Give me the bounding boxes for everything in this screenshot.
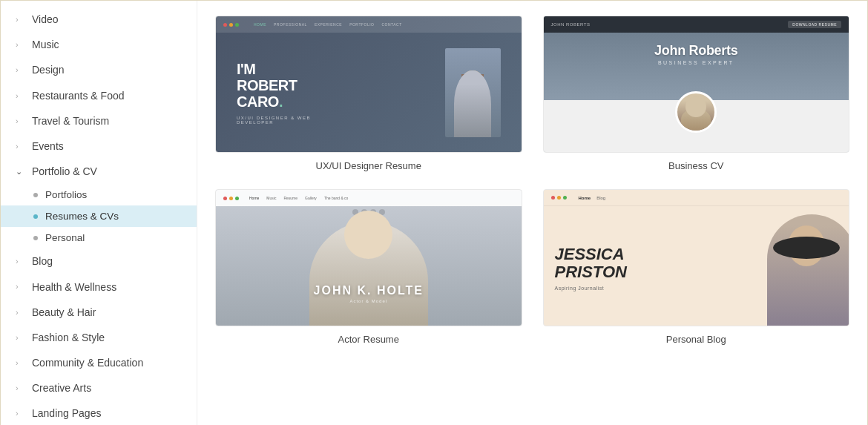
nav-music: Music [266, 196, 276, 200]
nav-blog: Blog [596, 196, 605, 200]
sidebar-item-creative-arts[interactable]: › Creative Arts [1, 375, 197, 401]
sidebar-item-health-wellness[interactable]: › Health & Wellness [1, 274, 197, 300]
card1-body: I'M ROBERT CARO. UX/UI DESIGNER & WEBDEV… [237, 48, 501, 137]
chevron-right-icon: › [16, 383, 26, 393]
card1-line3: CARO. [237, 93, 445, 110]
chevron-right-icon: › [16, 307, 26, 317]
dot-green [235, 197, 239, 200]
sidebar-item-landing-pages[interactable]: › Landing Pages [1, 401, 197, 425]
card-jessica[interactable]: Home Blog JESSICA PRISTON Aspiring Journ… [543, 189, 850, 345]
bullet-icon [33, 214, 38, 219]
sidebar-item-music[interactable]: › Music [1, 32, 197, 57]
chevron-right-icon: › [16, 116, 26, 126]
nav-link-professional: PROFESSIONAL [274, 22, 307, 27]
sidebar-item-label: Travel & Tourism [32, 114, 109, 128]
card3-label: Actor Resume [215, 334, 522, 345]
sidebar-item-label: Music [32, 38, 59, 51]
card2-label: Business CV [543, 160, 850, 171]
card1-photo [445, 48, 501, 137]
nav-band: The band & co [324, 196, 349, 200]
card2-topbar: JOHN ROBERTS DOWNLOAD RESUME [544, 16, 849, 33]
chevron-right-icon: › [16, 409, 26, 419]
sidebar-item-travel-tourism[interactable]: › Travel & Tourism [1, 108, 197, 134]
sidebar-item-label: Community & Education [32, 356, 143, 369]
sidebar: › Video › Music › Design › Restaurants &… [1, 1, 197, 425]
card3-nav-dots [223, 197, 239, 200]
person-hat-shape [773, 237, 840, 259]
dot-yellow [229, 197, 233, 200]
sub-item-personal[interactable]: Personal [1, 227, 197, 248]
card1-subtitle: UX/UI DESIGNER & WEBDEVELOPER [237, 116, 445, 125]
card2-topbar-name: JOHN ROBERTS [551, 22, 591, 27]
card-ux-designer[interactable]: Home PROFESSIONAL EXPERIENCE PORTFOLIO C… [215, 16, 522, 171]
chevron-right-icon: › [16, 39, 26, 50]
card3-name-overlay: JOHN K. HOLTE Actor & Model [314, 284, 424, 303]
card4-preview: Home Blog JESSICA PRISTON Aspiring Journ… [543, 189, 850, 326]
sidebar-item-beauty-hair[interactable]: › Beauty & Hair [1, 300, 197, 325]
sidebar-item-restaurants-food[interactable]: › Restaurants & Food [1, 83, 197, 108]
sidebar-item-label: Creative Arts [32, 381, 91, 395]
sub-item-resumes-cvs[interactable]: Resumes & CVs [1, 205, 197, 227]
sidebar-item-label: Blog [32, 254, 53, 268]
card3-name-sub: Actor & Model [314, 299, 424, 303]
person-head-shape [344, 211, 392, 259]
card4-name-line2: PRISTON [555, 263, 700, 281]
card1-line2: ROBERT [237, 77, 445, 93]
sub-item-label: Portfolios [45, 189, 87, 200]
card-business-cv[interactable]: JOHN ROBERTS DOWNLOAD RESUME John Robert… [543, 16, 850, 171]
nav-resume: Resume [283, 196, 297, 200]
sidebar-item-video[interactable]: › Video [1, 7, 197, 32]
nav-link-home: Home [254, 22, 266, 27]
nav-link-experience: EXPERIENCE [315, 22, 342, 27]
card3-person-area [216, 211, 522, 326]
card2-avatar [675, 91, 717, 133]
card4-subtitle: Aspiring Journalist [555, 286, 700, 291]
dot-yellow [557, 196, 561, 200]
card4-content: JESSICA PRISTON Aspiring Journalist [544, 211, 849, 326]
card4-name: JESSICA PRISTON [555, 246, 700, 281]
green-dot: . [279, 93, 283, 110]
sidebar-item-label: Video [32, 13, 59, 26]
sidebar-item-design[interactable]: › Design [1, 57, 197, 82]
sidebar-item-fashion-style[interactable]: › Fashion & Style [1, 325, 197, 350]
card4-nav-links: Home Blog [579, 196, 606, 200]
sub-item-label: Personal [45, 232, 85, 243]
card-actor[interactable]: Home Music Resume Gallery The band & co [215, 189, 522, 345]
template-grid: Home PROFESSIONAL EXPERIENCE PORTFOLIO C… [215, 16, 849, 345]
nav-home: Home [579, 196, 591, 200]
chevron-down-icon: ⌄ [16, 166, 26, 177]
card1-text: I'M ROBERT CARO. UX/UI DESIGNER & WEBDEV… [237, 61, 445, 125]
card1-body-shape [454, 70, 491, 137]
card3-navbar: Home Music Resume Gallery The band & co [216, 190, 522, 206]
chevron-right-icon: › [16, 141, 26, 151]
sidebar-item-portfolio-cv[interactable]: ⌄ Portfolio & CV [1, 159, 197, 184]
card4-photo-area [711, 211, 849, 326]
card1-line1: I'M [237, 61, 445, 77]
card4-navbar: Home Blog [544, 190, 849, 206]
sub-item-portfolios[interactable]: Portfolios [1, 184, 197, 205]
chevron-right-icon: › [16, 332, 26, 343]
sidebar-item-label: Portfolio & CV [32, 165, 97, 178]
sidebar-item-label: Design [32, 63, 65, 76]
card2-preview: JOHN ROBERTS DOWNLOAD RESUME John Robert… [543, 16, 850, 153]
chevron-right-icon: › [16, 282, 26, 292]
card3-name-text: JOHN K. HOLTE [314, 284, 424, 297]
card1-preview: Home PROFESSIONAL EXPERIENCE PORTFOLIO C… [215, 16, 522, 153]
chevron-right-icon: › [16, 90, 26, 101]
card2-avatar-section [544, 100, 849, 152]
dot-red [551, 196, 555, 200]
card2-name: John Roberts [654, 43, 737, 59]
dot-red [223, 197, 227, 200]
sidebar-item-events[interactable]: › Events [1, 134, 197, 159]
card4-nav-dots [551, 196, 567, 200]
nav-link-portfolio: PORTFOLIO [349, 22, 374, 27]
card3-preview: Home Music Resume Gallery The band & co [215, 189, 522, 326]
card4-label: Personal Blog [543, 334, 850, 345]
card1-label: UX/UI Designer Resume [215, 160, 522, 171]
card1-headline: I'M ROBERT CARO. [237, 61, 445, 110]
chevron-right-icon: › [16, 14, 26, 24]
sidebar-item-community-education[interactable]: › Community & Education [1, 350, 197, 375]
portfolio-cv-subitems: Portfolios Resumes & CVs Personal [1, 184, 197, 248]
sidebar-item-blog[interactable]: › Blog [1, 248, 197, 274]
main-content: Home PROFESSIONAL EXPERIENCE PORTFOLIO C… [197, 1, 867, 425]
